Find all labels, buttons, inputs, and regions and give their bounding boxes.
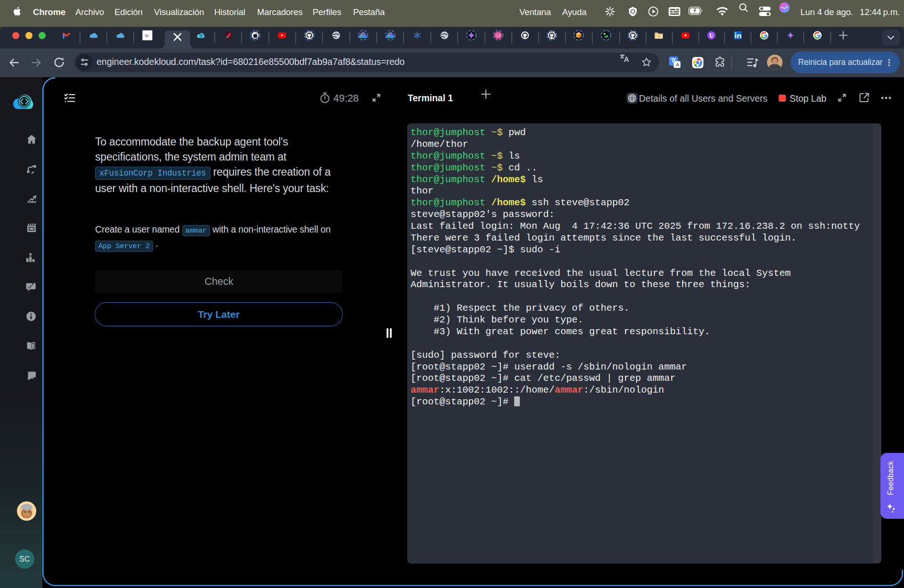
svg-text:245: 245: [496, 34, 501, 37]
